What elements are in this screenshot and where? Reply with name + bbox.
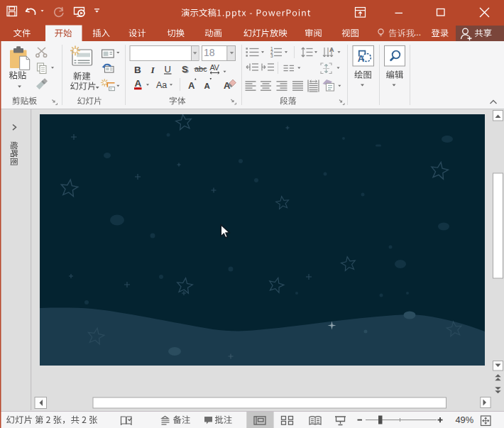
svg-text:A: A — [358, 53, 365, 64]
svg-text:I: I — [150, 65, 155, 75]
svg-text:A: A — [329, 46, 334, 53]
svg-text:AV: AV — [210, 63, 220, 72]
svg-text:...: ... — [414, 28, 421, 38]
svg-text:A: A — [135, 78, 142, 89]
svg-text:A: A — [188, 80, 195, 91]
svg-text:S: S — [182, 64, 188, 75]
svg-text:18: 18 — [204, 47, 215, 58]
svg-text:U: U — [165, 64, 171, 75]
svg-text:A: A — [204, 82, 210, 90]
svg-text:3: 3 — [270, 53, 273, 58]
svg-text:Aa: Aa — [156, 80, 167, 90]
svg-text:49%: 49% — [456, 415, 474, 425]
svg-text:B: B — [134, 65, 141, 75]
